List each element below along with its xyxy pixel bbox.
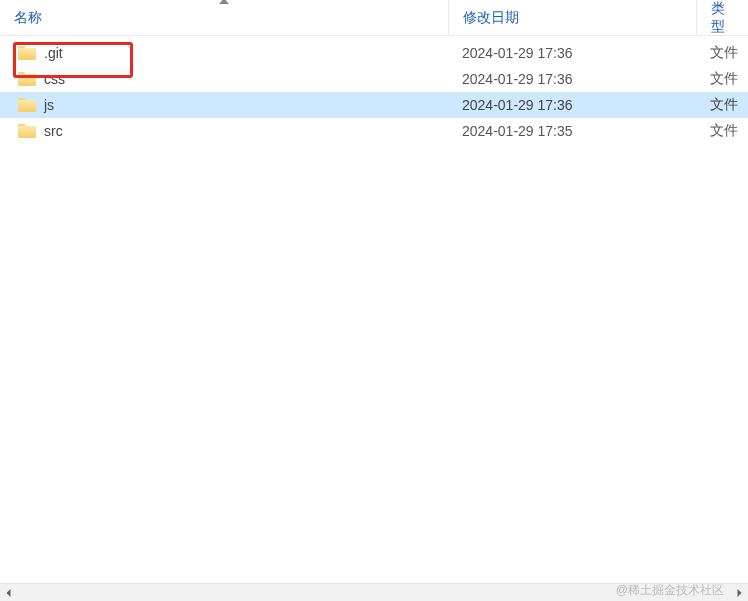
folder-icon [18,72,36,86]
folder-icon [18,124,36,138]
file-type-cell: 文件 [696,44,748,62]
sort-ascending-icon [219,0,229,4]
file-name-cell: src [0,123,448,139]
column-header-modified-label: 修改日期 [463,9,519,27]
column-header-type-label: 类型 [711,0,734,36]
file-name-cell: .git [0,45,448,61]
column-header-name-label: 名称 [14,9,42,27]
file-name-label: src [44,123,63,139]
file-name-cell: js [0,97,448,113]
scroll-right-icon[interactable] [730,584,748,602]
file-name-label: .git [44,45,63,61]
column-header-name[interactable]: 名称 [0,0,448,35]
file-name-label: js [44,97,54,113]
file-type-cell: 文件 [696,96,748,114]
scroll-left-icon[interactable] [0,584,18,602]
file-row[interactable]: .git2024-01-29 17:36文件 [0,40,748,66]
file-type-cell: 文件 [696,122,748,140]
file-row[interactable]: src2024-01-29 17:35文件 [0,118,748,144]
folder-icon [18,46,36,60]
file-type-cell: 文件 [696,70,748,88]
file-name-label: css [44,71,65,87]
file-modified-cell: 2024-01-29 17:36 [448,71,696,87]
column-header-modified[interactable]: 修改日期 [448,0,696,35]
file-modified-cell: 2024-01-29 17:35 [448,123,696,139]
column-header-row: 名称 修改日期 类型 [0,0,748,36]
watermark-text: @稀土掘金技术社区 [616,582,724,599]
file-name-cell: css [0,71,448,87]
file-list: .git2024-01-29 17:36文件css2024-01-29 17:3… [0,36,748,144]
column-header-type[interactable]: 类型 [696,0,748,35]
file-modified-cell: 2024-01-29 17:36 [448,97,696,113]
folder-icon [18,98,36,112]
file-row[interactable]: css2024-01-29 17:36文件 [0,66,748,92]
file-row[interactable]: js2024-01-29 17:36文件 [0,92,748,118]
file-modified-cell: 2024-01-29 17:36 [448,45,696,61]
